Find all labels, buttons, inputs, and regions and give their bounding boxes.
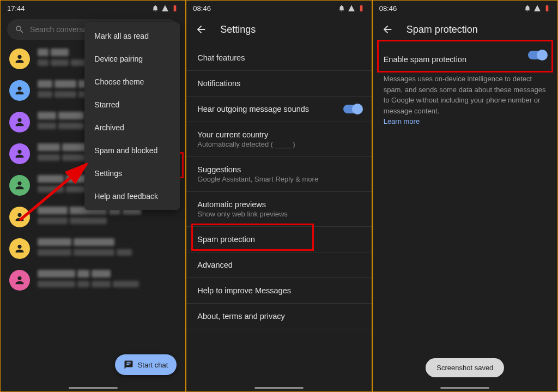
start-chat-label: Start chat bbox=[138, 361, 168, 369]
settings-panel: 08:46 Settings Chat featuresNotification… bbox=[186, 0, 372, 392]
highlight-spam-protection bbox=[191, 224, 314, 251]
status-icons bbox=[338, 4, 365, 12]
blurred-preview bbox=[38, 270, 139, 287]
row-secondary: Show only web link previews bbox=[197, 210, 360, 218]
clock-time: 08:46 bbox=[193, 4, 211, 13]
row-primary: Suggestions bbox=[197, 165, 360, 174]
spam-description: Messages uses on-device intelligence to … bbox=[373, 74, 557, 127]
nav-handle[interactable] bbox=[69, 387, 118, 389]
signal-icon bbox=[348, 4, 355, 12]
arrow-annotation bbox=[17, 158, 93, 223]
status-bar: 08:46 bbox=[373, 1, 557, 16]
clock-time: 17:44 bbox=[7, 4, 25, 13]
chat-icon bbox=[124, 360, 134, 370]
signal-icon bbox=[533, 4, 541, 12]
menu-item-device-pairing[interactable]: Device pairing bbox=[84, 47, 180, 70]
battery-icon bbox=[171, 4, 179, 12]
settings-row-automatic-previews[interactable]: Automatic previewsShow only web link pre… bbox=[186, 192, 371, 227]
row-primary: Notifications bbox=[197, 79, 360, 88]
signal-icon bbox=[161, 4, 169, 12]
menu-item-choose-theme[interactable]: Choose theme bbox=[84, 70, 180, 93]
search-input[interactable] bbox=[30, 25, 90, 34]
blurred-preview bbox=[38, 238, 132, 256]
settings-row-chat-features[interactable]: Chat features bbox=[186, 45, 371, 71]
conversation-item[interactable] bbox=[1, 264, 185, 296]
overflow-menu: Mark all as readDevice pairingChoose the… bbox=[84, 22, 180, 210]
status-bar: 17:44 bbox=[1, 1, 185, 16]
row-primary: Chat features bbox=[197, 53, 360, 62]
spam-protection-panel: 08:46 Spam protection Enable spam protec… bbox=[372, 0, 558, 392]
menu-item-starred[interactable]: Starred bbox=[84, 93, 180, 116]
learn-more-link[interactable]: Learn more bbox=[384, 117, 420, 125]
settings-row-hear-outgoing-message-sounds[interactable]: Hear outgoing message sounds bbox=[186, 97, 371, 122]
menu-item-settings[interactable]: Settings bbox=[84, 162, 180, 185]
row-primary: Advanced bbox=[197, 261, 360, 269]
row-toggle[interactable] bbox=[343, 105, 362, 113]
do-not-disturb-icon bbox=[338, 4, 345, 12]
row-secondary: Google Assistant, Smart Reply & more bbox=[197, 175, 360, 183]
battery-icon bbox=[357, 4, 365, 12]
clock-time: 08:46 bbox=[379, 4, 397, 13]
row-primary: About, terms and privacy bbox=[197, 312, 360, 321]
search-icon bbox=[15, 25, 25, 34]
avatar bbox=[9, 238, 30, 259]
row-primary: Automatic previews bbox=[197, 200, 360, 209]
settings-row-about-terms-and-privacy[interactable]: About, terms and privacy bbox=[186, 304, 371, 329]
avatar bbox=[9, 112, 30, 132]
do-not-disturb-icon bbox=[524, 4, 531, 12]
status-icons bbox=[524, 4, 551, 12]
nav-handle[interactable] bbox=[254, 387, 304, 389]
battery-icon bbox=[543, 4, 551, 12]
svg-line-0 bbox=[20, 164, 87, 220]
menu-item-archived[interactable]: Archived bbox=[84, 116, 180, 139]
status-bar: 08:46 bbox=[186, 1, 371, 16]
avatar bbox=[9, 49, 30, 69]
nav-handle[interactable] bbox=[440, 387, 489, 389]
settings-row-advanced[interactable]: Advanced bbox=[186, 252, 371, 278]
back-icon[interactable] bbox=[195, 23, 207, 35]
screenshot-toast: Screenshot saved bbox=[426, 358, 504, 377]
spam-description-text: Messages uses on-device intelligence to … bbox=[384, 75, 546, 115]
app-header: Settings bbox=[186, 16, 371, 45]
conversations-panel: 17:44 Mark all as readDevice pairingChoo… bbox=[0, 0, 186, 392]
settings-row-help-to-improve-messages[interactable]: Help to improve Messages bbox=[186, 278, 371, 304]
settings-row-suggestions[interactable]: SuggestionsGoogle Assistant, Smart Reply… bbox=[186, 157, 371, 192]
settings-list[interactable]: Chat featuresNotificationsHear outgoing … bbox=[186, 45, 371, 391]
status-icons bbox=[151, 4, 179, 12]
page-title: Spam protection bbox=[407, 24, 478, 35]
page-title: Settings bbox=[220, 24, 256, 35]
menu-item-spam-and-blocked[interactable]: Spam and blocked bbox=[84, 139, 180, 162]
avatar bbox=[9, 80, 30, 101]
menu-item-help-and-feedback[interactable]: Help and feedback bbox=[84, 185, 180, 208]
back-icon[interactable] bbox=[381, 23, 393, 35]
row-primary: Your current country bbox=[197, 130, 360, 139]
settings-row-notifications[interactable]: Notifications bbox=[186, 71, 371, 97]
do-not-disturb-icon bbox=[151, 4, 159, 12]
row-primary: Hear outgoing message sounds bbox=[197, 105, 360, 113]
conversation-item[interactable] bbox=[1, 233, 185, 264]
highlight-enable-toggle bbox=[377, 40, 553, 73]
row-primary: Help to improve Messages bbox=[197, 286, 360, 295]
row-secondary: Automatically detected ( ____ ) bbox=[197, 140, 360, 148]
menu-item-mark-all-as-read[interactable]: Mark all as read bbox=[84, 25, 180, 47]
start-chat-button[interactable]: Start chat bbox=[115, 354, 177, 375]
settings-row-your-current-country[interactable]: Your current countryAutomatically detect… bbox=[186, 122, 371, 157]
avatar bbox=[9, 270, 30, 291]
